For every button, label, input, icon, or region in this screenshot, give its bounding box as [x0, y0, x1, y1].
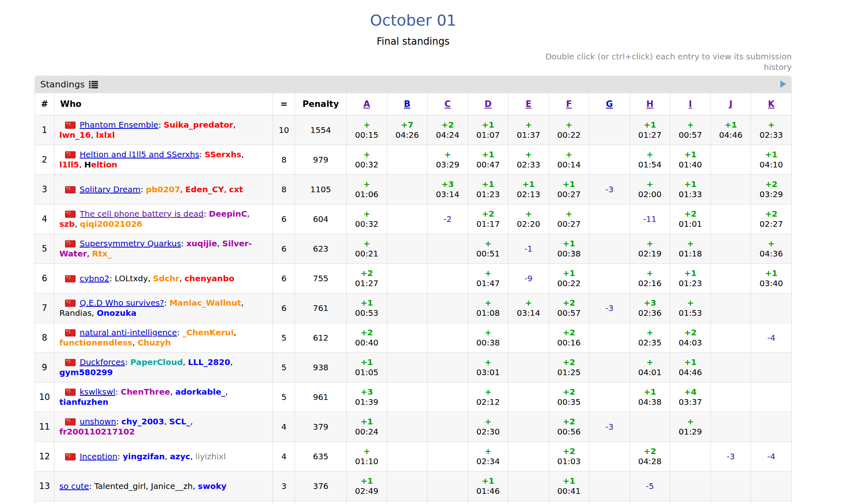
problem-cell-g[interactable]: [589, 471, 630, 501]
problem-cell-g[interactable]: [589, 382, 630, 412]
problem-cell-e[interactable]: [508, 353, 549, 382]
problem-cell-a[interactable]: +01:06: [347, 175, 387, 204]
problem-cell-j[interactable]: [710, 471, 751, 501]
team-cell[interactable]: kswlkswl: ChenThree, adorkable_, tianfuz…: [54, 382, 273, 412]
problem-cell-e[interactable]: -9: [508, 264, 549, 293]
problem-cell-e[interactable]: +02:20: [508, 204, 549, 234]
problem-cell-b[interactable]: [387, 234, 428, 264]
member-name[interactable]: Suika_predator: [164, 120, 233, 130]
problem-cell-f[interactable]: +200:35: [549, 382, 589, 412]
problem-cell-a[interactable]: +102:49: [347, 471, 387, 501]
team-cell[interactable]: [54, 501, 273, 504]
problem-cell-d[interactable]: +101:07: [468, 115, 508, 145]
problem-cell-d[interactable]: +101:46: [468, 471, 508, 501]
problem-cell-f[interactable]: +100:38: [549, 234, 589, 264]
member-name[interactable]: gym580299: [59, 367, 113, 377]
problem-cell-h[interactable]: -11: [630, 204, 670, 234]
problem-cell-b[interactable]: [387, 323, 428, 353]
table-row[interactable]: [35, 501, 792, 504]
problem-cell-a[interactable]: +00:32: [347, 145, 387, 175]
problem-cell-e[interactable]: +102:13: [508, 175, 549, 204]
team-cell[interactable]: Phantom Ensemble: Suika_predator, lwn_16…: [54, 115, 273, 145]
member-name[interactable]: Randias: [59, 308, 91, 318]
member-name[interactable]: Sdchr: [153, 274, 180, 283]
problem-cell-e[interactable]: [508, 412, 549, 442]
problem-cell-h[interactable]: [630, 412, 670, 442]
problem-cell-d[interactable]: +02:12: [468, 382, 508, 412]
team-cell[interactable]: so cute: Talented_girl, Janice__zh, swok…: [54, 471, 273, 501]
problem-cell-c[interactable]: [428, 234, 468, 264]
member-name[interactable]: lwn_16: [59, 130, 91, 140]
member-name[interactable]: functionendless: [59, 338, 132, 348]
problem-cell-c[interactable]: +204:24: [428, 115, 468, 145]
team-link[interactable]: Heltion and l1ll5 and SSerxhs: [80, 150, 199, 159]
problem-cell-i[interactable]: +00:57: [670, 115, 711, 145]
problem-cell-j[interactable]: [710, 175, 751, 204]
problem-cell-d[interactable]: +02:34: [468, 442, 508, 471]
problem-cell-i[interactable]: [670, 471, 711, 501]
problem-cell-d[interactable]: +100:47: [468, 145, 508, 175]
problem-link[interactable]: F: [566, 99, 572, 109]
problem-cell-a[interactable]: +200:40: [347, 323, 387, 353]
problem-cell-a[interactable]: +101:05: [347, 353, 387, 382]
problem-cell-c[interactable]: -2: [428, 204, 468, 234]
team-cell[interactable]: Q.E.D Who survives?: Maniac_Wallnut, Ran…: [54, 293, 273, 323]
problem-cell-a[interactable]: +00:32: [347, 204, 387, 234]
problem-cell-c[interactable]: [428, 471, 468, 501]
team-cell[interactable]: Supersymmetry Quarkus: xuqijie, Silver-W…: [54, 234, 273, 264]
problem-cell-k[interactable]: +202:27: [751, 204, 792, 234]
problem-cell-b[interactable]: [387, 412, 428, 442]
problem-cell-d[interactable]: +01:08: [468, 293, 508, 323]
problem-cell-a[interactable]: +00:21: [347, 234, 387, 264]
team-link[interactable]: natural anti-intelligence: [80, 328, 177, 337]
team-link[interactable]: Q.E.D Who survives?: [80, 298, 164, 308]
problem-link[interactable]: G: [606, 99, 613, 109]
problem-cell-j[interactable]: [710, 145, 751, 175]
problem-cell-e[interactable]: +03:14: [508, 293, 549, 323]
team-link[interactable]: cybno2: [80, 274, 109, 283]
table-row[interactable]: 4The cell phone battery is dead: DeepinC…: [35, 204, 792, 234]
problem-cell-k[interactable]: [751, 471, 792, 501]
team-link[interactable]: unshown: [80, 417, 116, 426]
problem-cell-k[interactable]: +104:10: [751, 145, 792, 175]
member-name[interactable]: Talented_girl: [94, 481, 146, 491]
problem-link[interactable]: I: [689, 99, 692, 109]
next-page-arrow-icon[interactable]: [780, 80, 786, 88]
problem-cell-i[interactable]: +01:29: [670, 412, 711, 442]
problem-cell-c[interactable]: [428, 382, 468, 412]
problem-cell-i[interactable]: +01:53: [670, 293, 711, 323]
problem-cell-j[interactable]: [710, 353, 751, 382]
problem-cell-b[interactable]: [387, 353, 428, 382]
problem-cell-d[interactable]: +02:30: [468, 412, 508, 442]
table-row[interactable]: 5Supersymmetry Quarkus: xuqijie, Silver-…: [35, 234, 792, 264]
problem-cell-i[interactable]: +101:40: [670, 145, 711, 175]
table-row[interactable]: 3Solitary Dream: pb0207, Eden_CY, cxt811…: [35, 175, 792, 204]
problem-cell-k[interactable]: +02:33: [751, 115, 792, 145]
problem-cell-c[interactable]: [428, 323, 468, 353]
member-name[interactable]: Maniac_Wallnut: [169, 298, 241, 308]
problem-cell-g[interactable]: [589, 115, 630, 145]
problem-cell-h[interactable]: +101:27: [630, 115, 670, 145]
problem-cell-c[interactable]: [428, 442, 468, 471]
member-name[interactable]: DeepinC: [209, 209, 247, 219]
member-name[interactable]: _ChenKerui: [182, 328, 234, 337]
problem-cell-b[interactable]: [387, 145, 428, 175]
team-link[interactable]: Duckforces: [80, 357, 125, 367]
problem-cell-h[interactable]: -5: [630, 471, 670, 501]
team-link[interactable]: kswlkswl: [80, 387, 115, 397]
problem-cell-d[interactable]: +03:01: [468, 353, 508, 382]
member-name[interactable]: chenyanbo: [185, 274, 235, 283]
problem-cell-h[interactable]: +302:36: [630, 293, 670, 323]
team-cell[interactable]: The cell phone battery is dead: DeepinC,…: [54, 204, 273, 234]
problem-cell-k[interactable]: -4: [751, 323, 792, 353]
problem-cell-k[interactable]: [751, 293, 792, 323]
member-name[interactable]: tianfuzhen: [59, 397, 109, 407]
problem-cell-a[interactable]: +201:27: [347, 264, 387, 293]
problem-cell-j[interactable]: [710, 204, 751, 234]
problem-link[interactable]: E: [526, 99, 531, 109]
problem-cell-b[interactable]: [387, 264, 428, 293]
problem-cell-k[interactable]: -4: [751, 442, 792, 471]
problem-cell-j[interactable]: [710, 234, 751, 264]
problem-cell-d[interactable]: [468, 501, 508, 504]
problem-cell-g[interactable]: [589, 323, 630, 353]
